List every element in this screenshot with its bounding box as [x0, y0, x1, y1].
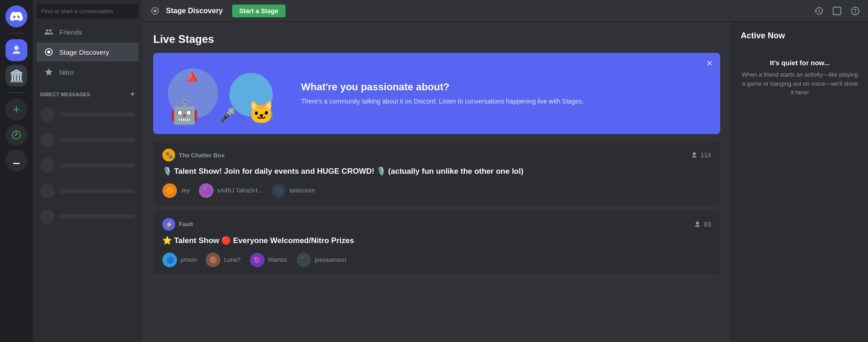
svg-point-2 — [154, 9, 157, 12]
dm-avatar-1 — [40, 107, 55, 122]
stage-speakers-1: 🟠 Jey 🟣 sAiRU TaKaSH... ⚫ laidoctom — [162, 183, 711, 198]
speaker-avatar-2-3: 🟣 — [250, 253, 265, 267]
nitro-icon — [44, 67, 54, 77]
quiet-desc: When a friend starts an activity—like pl… — [741, 70, 859, 97]
svg-point-0 — [47, 51, 51, 54]
sidebar-separator-2 — [9, 92, 24, 93]
active-now-panel: Active Now It's quiet for now... When a … — [731, 22, 868, 342]
dm-section-header: DIRECT MESSAGES + — [33, 82, 142, 101]
nav-item-nitro[interactable]: Nitro — [36, 62, 139, 82]
dm-avatar-3 — [40, 158, 55, 173]
stage-listener-count-1: 114 — [701, 151, 711, 159]
top-bar-actions — [813, 5, 861, 16]
dm-name-5 — [59, 214, 135, 219]
quiet-title: It's quiet for now... — [741, 59, 859, 67]
add-dm-button[interactable]: + — [130, 89, 135, 99]
download-apps-button[interactable] — [5, 150, 27, 171]
friends-label: Friends — [59, 28, 82, 36]
stage-discovery-label: Stage Discovery — [59, 48, 109, 56]
stage-listener-count-2: 83 — [704, 221, 711, 228]
promo-close-button[interactable]: ✕ — [706, 58, 713, 68]
stage-discovery-icon — [44, 47, 54, 57]
stage-listeners-1: 114 — [691, 151, 711, 159]
stage-title-2: ⭐ Talent Show 🔴 Everyone Welcomed/Nitro … — [162, 235, 711, 246]
dm-list — [33, 101, 142, 230]
speaker-name-1-3: laidoctom — [290, 187, 315, 194]
speaker-name-1-2: sAiRU TaKaSH... — [217, 187, 262, 194]
friends-icon — [44, 27, 54, 37]
stage-server-name-1: The Chatter Box — [179, 152, 224, 159]
nav-item-friends[interactable]: Friends — [36, 22, 139, 41]
speaker-avatar-1-1: 🟠 — [162, 183, 177, 198]
server-sidebar: 🏛️ + — [0, 0, 33, 342]
dm-name-4 — [59, 189, 135, 193]
live-stages-title: Live Stages — [153, 33, 720, 46]
stage-server-avatar-2: ⚡ — [162, 218, 175, 231]
content-area: Live Stages 🔺 🤖 🎤 🐱 What're you passio — [142, 22, 868, 342]
dm-item-3[interactable] — [33, 155, 142, 176]
stage-server-info-1: 🐾 The Chatter Box — [162, 149, 224, 161]
speaker-2-2: 🟤 Luna? — [206, 253, 240, 267]
promo-text: What're you passionate about? There's a … — [301, 81, 706, 106]
speaker-avatar-2-1: 🔵 — [162, 253, 177, 267]
speaker-avatar-1-2: 🟣 — [199, 183, 213, 198]
speaker-2-4: ⚫ joeswanson — [296, 253, 346, 267]
stage-listeners-2: 83 — [694, 221, 711, 228]
speaker-1-1: 🟠 Jey — [162, 183, 190, 198]
dm-item-2[interactable] — [33, 130, 142, 150]
speaker-name-2-1: prison — [181, 256, 197, 263]
discord-home-button[interactable] — [5, 5, 27, 27]
nav-item-stage-discovery[interactable]: Stage Discovery — [36, 42, 139, 62]
speaker-name-2-3: Mambz — [268, 256, 288, 263]
stage-card-1-header: 🐾 The Chatter Box 114 — [162, 149, 711, 161]
stage-discovery-top-icon — [150, 5, 161, 16]
top-bar-title: Stage Discovery — [166, 7, 223, 15]
help-icon[interactable] — [850, 5, 861, 16]
art-char-right: 🐱 — [248, 100, 275, 125]
dm-avatar-4 — [40, 184, 55, 198]
speaker-2-1: 🔵 prison — [162, 253, 197, 267]
stage-server-name-2: Fault — [179, 221, 193, 228]
speaker-name-2-2: Luna? — [224, 256, 240, 263]
promo-banner: 🔺 🤖 🎤 🐱 What're you passionate about? Th… — [153, 53, 720, 134]
promo-title: What're you passionate about? — [301, 81, 706, 93]
stage-card-1[interactable]: 🐾 The Chatter Box 114 🎙️ Talent Show! Jo… — [153, 141, 720, 205]
dm-avatar-5 — [40, 209, 55, 224]
stage-card-2-header: ⚡ Fault 83 — [162, 218, 711, 231]
main-content: Stage Discovery Start a Stage Live Stage… — [142, 0, 868, 342]
add-server-button[interactable]: + — [5, 98, 27, 120]
speaker-name-1-1: Jey — [181, 187, 190, 194]
server-icon-philosophy[interactable]: 🏛️ — [5, 65, 27, 87]
active-now-title: Active Now — [741, 31, 859, 41]
dm-name-1 — [59, 112, 135, 117]
speaker-avatar-2-4: ⚫ — [296, 253, 311, 267]
speaker-name-2-4: joeswanson — [315, 256, 346, 263]
window-icon[interactable] — [832, 5, 842, 16]
svg-rect-4 — [833, 7, 841, 15]
art-pyramid: 🔺 — [181, 66, 203, 88]
promo-art: 🔺 🤖 🎤 🐱 — [168, 64, 286, 123]
search-input[interactable]: Find or start a conversation — [36, 4, 139, 18]
stage-title-1: 🎙️ Talent Show! Join for daily events an… — [162, 166, 711, 177]
speaker-1-2: 🟣 sAiRU TaKaSH... — [199, 183, 262, 198]
stage-speakers-2: 🔵 prison 🟤 Luna? 🟣 Mambz ⚫ joeswanson — [162, 253, 711, 267]
dm-avatar-2 — [40, 133, 55, 147]
dm-item-5[interactable] — [33, 207, 142, 227]
stage-server-info-2: ⚡ Fault — [162, 218, 193, 231]
history-icon[interactable] — [813, 5, 824, 16]
dm-name-3 — [59, 163, 135, 168]
explore-servers-button[interactable] — [5, 124, 27, 146]
server-icon-user[interactable] — [5, 39, 27, 61]
art-char-left: 🤖 — [170, 99, 198, 125]
stage-card-2[interactable]: ⚡ Fault 83 ⭐ Talent Show 🔴 Everyone Welc… — [153, 211, 720, 275]
dm-name-2 — [59, 138, 135, 142]
speaker-avatar-1-3: ⚫ — [271, 183, 286, 198]
quiet-section: It's quiet for now... When a friend star… — [741, 59, 859, 97]
start-stage-button[interactable]: Start a Stage — [232, 5, 286, 17]
stages-panel: Live Stages 🔺 🤖 🎤 🐱 What're you passio — [142, 22, 731, 342]
sidebar-separator — [9, 33, 24, 34]
dm-item-4[interactable] — [33, 181, 142, 201]
dm-item-1[interactable] — [33, 104, 142, 124]
top-bar: Stage Discovery Start a Stage — [142, 0, 868, 22]
search-placeholder: Find or start a conversation — [41, 8, 113, 15]
